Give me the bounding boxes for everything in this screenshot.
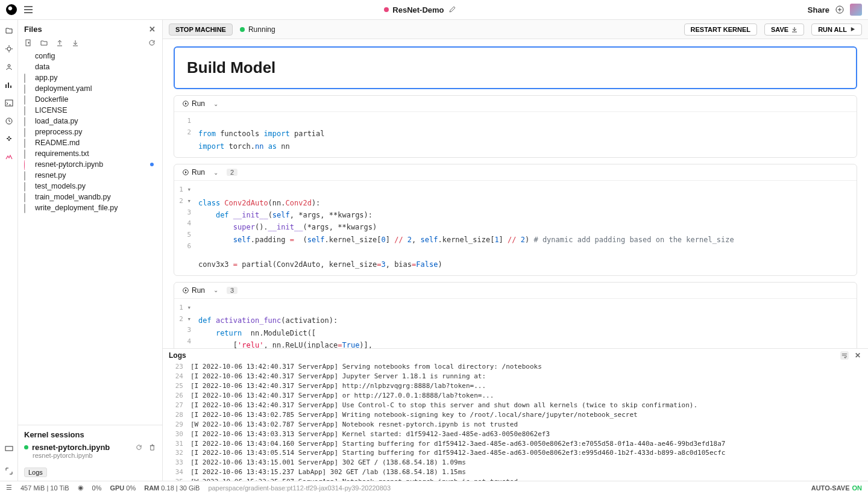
person-icon[interactable] [4, 62, 14, 72]
kernel-status-dot [24, 445, 28, 449]
file-name: data [35, 63, 49, 71]
log-line: 26[I 2022-10-06 13:42:40.317 ServerApp] … [169, 391, 862, 401]
file-row[interactable]: requirements.txt [22, 148, 159, 159]
run-cell-button[interactable]: Run [179, 98, 209, 109]
code-block[interactable]: 1 ▾ 2 ▾ 3 4 5 6class Conv2dAuto(nn.Conv2… [174, 181, 857, 275]
statusbar: ☰ 457 MiB | 10 TiB ◉ 0% GPU 0% RAM 0.18 … [0, 481, 868, 494]
file-row[interactable]: preprocess.py [22, 127, 159, 137]
share-button[interactable]: Share [808, 5, 829, 14]
avatar[interactable] [850, 4, 862, 16]
code-block[interactable]: 1 ▾ 2 ▾ 3 4 5 6 7def activation_func(act… [174, 299, 857, 348]
modified-dot-icon [150, 163, 154, 166]
sidebar: Files ✕ configdataapp.pydeployment.yamlD… [18, 20, 163, 481]
file-row[interactable]: app.py [22, 72, 159, 83]
run-all-button[interactable]: RUN ALL [811, 23, 862, 36]
log-line: 28[I 2022-10-06 13:43:02.785 ServerApp] … [169, 410, 862, 420]
logs-tag[interactable]: Logs [24, 467, 47, 477]
autosave-state[interactable]: ON [852, 484, 863, 492]
cpu-usage: 0% [92, 484, 102, 492]
code-cell-3[interactable]: Run ⌄ 3 1 ▾ 2 ▾ 3 4 5 6 7def activation_… [174, 282, 857, 348]
file-row[interactable]: test_models.py [22, 181, 159, 192]
restart-kernel-button[interactable]: RESTART KERNEL [684, 23, 757, 36]
file-name: README.md [35, 139, 80, 147]
upload-icon[interactable] [55, 39, 64, 47]
stop-machine-button[interactable]: STOP MACHINE [169, 23, 233, 36]
clock-icon[interactable] [4, 116, 14, 126]
file-row[interactable]: resnet-pytorch.ipynb [22, 159, 159, 170]
autosave-label: AUTO-SAVE [811, 484, 850, 492]
logs-panel: Logs ✕ 23[I 2022-10-06 13:42:40.317 Serv… [163, 348, 868, 481]
sparkle-icon[interactable] [4, 134, 14, 144]
file-row[interactable]: data [22, 61, 159, 72]
log-line: 32[I 2022-10-06 13:43:05.514 ServerApp] … [169, 448, 862, 458]
settings-icon[interactable] [4, 44, 14, 54]
ram-label: RAM [144, 484, 159, 492]
file-name: config [35, 52, 55, 60]
svg-rect-5 [5, 446, 13, 451]
file-row[interactable]: Dockerfile [22, 94, 159, 105]
new-folder-icon[interactable] [40, 39, 48, 47]
file-row[interactable]: write_deployment_file.py [22, 202, 159, 213]
terminal-icon[interactable] [4, 98, 14, 108]
gpu-usage: 0% [126, 484, 136, 492]
running-dot-icon [240, 27, 245, 32]
save-button[interactable]: SAVE [764, 23, 804, 36]
log-line: 31[I 2022-10-06 13:43:04.160 ServerApp] … [169, 439, 862, 449]
close-panel-icon[interactable]: ✕ [148, 25, 156, 34]
logs-close-icon[interactable]: ✕ [854, 351, 862, 360]
file-name: LICENSE [35, 106, 68, 114]
image-name: paperspace/gradient-base:pt112-tf29-jax0… [208, 484, 391, 492]
file-row[interactable]: resnet.py [22, 170, 159, 181]
exec-count: 2 [227, 169, 237, 176]
logs-wrap-icon[interactable] [840, 351, 849, 360]
file-name: deployment.yaml [35, 84, 92, 93]
file-row[interactable]: deployment.yaml [22, 83, 159, 94]
share-icon[interactable] [835, 5, 844, 14]
log-line: 33[I 2022-10-06 13:43:15.001 ServerApp] … [169, 458, 862, 467]
kernel-refresh-icon[interactable] [134, 443, 143, 452]
file-name: write_deployment_file.py [35, 204, 118, 212]
file-name: test_models.py [35, 182, 86, 190]
code-cell-1[interactable]: Run ⌄ 1 2from functools import partial i… [174, 95, 857, 158]
kernel-delete-icon[interactable] [148, 443, 156, 452]
files-icon[interactable] [4, 26, 14, 36]
file-name: resnet-pytorch.ipynb [35, 160, 103, 169]
code-block[interactable]: 1 2from functools import partial import … [174, 112, 857, 157]
file-row[interactable]: LICENSE [22, 105, 159, 116]
cell-menu-chevron-icon[interactable]: ⌄ [213, 287, 218, 293]
file-list: configdataapp.pydeployment.yamlDockerfil… [18, 51, 162, 425]
md-heading: Build Model [187, 58, 844, 77]
log-line: 29[W 2022-10-06 13:43:02.787 ServerApp] … [169, 420, 862, 430]
expand-icon[interactable] [4, 466, 14, 476]
code-cell-2[interactable]: Run ⌄ 2 1 ▾ 2 ▾ 3 4 5 6class Conv2dAuto(… [174, 164, 857, 276]
new-file-icon[interactable] [24, 39, 33, 47]
log-line: 34[I 2022-10-06 13:43:15.237 LabApp] 302… [169, 467, 862, 477]
run-cell-button[interactable]: Run [179, 167, 209, 178]
notebook-scroll[interactable]: Build Model Run ⌄ 1 2from functools impo… [163, 39, 868, 348]
markdown-cell[interactable]: Build Model [174, 46, 857, 89]
kernel-name[interactable]: resnet-pytorch.ipynb [32, 443, 110, 452]
keyboard-icon[interactable] [4, 443, 14, 453]
machine-status: Running [240, 25, 275, 34]
app-logo[interactable] [6, 4, 17, 15]
file-row[interactable]: load_data.py [22, 116, 159, 127]
log-line: 23[I 2022-10-06 13:42:40.317 ServerApp] … [169, 362, 862, 372]
logs-body[interactable]: 23[I 2022-10-06 13:42:40.317 ServerApp] … [163, 362, 868, 481]
file-row[interactable]: config [22, 51, 159, 61]
svg-point-2 [8, 64, 10, 67]
download-icon[interactable] [71, 39, 80, 47]
edit-title-icon[interactable] [448, 5, 456, 14]
refresh-icon[interactable] [148, 39, 156, 47]
file-name: resnet.py [35, 171, 66, 180]
project-title: ResNet-Demo [392, 5, 444, 14]
menu-icon[interactable] [24, 5, 33, 14]
run-cell-button[interactable]: Run [179, 285, 209, 296]
wandb-icon[interactable] [4, 152, 14, 162]
file-row[interactable]: train_model_wandb.py [22, 192, 159, 202]
chart-icon[interactable] [4, 80, 14, 90]
file-row[interactable]: README.md [22, 137, 159, 148]
file-name: requirements.txt [35, 149, 89, 158]
cell-menu-chevron-icon[interactable]: ⌄ [213, 101, 218, 107]
cell-menu-chevron-icon[interactable]: ⌄ [213, 169, 218, 176]
log-line: 30[I 2022-10-06 13:43:03.313 ServerApp] … [169, 430, 862, 439]
